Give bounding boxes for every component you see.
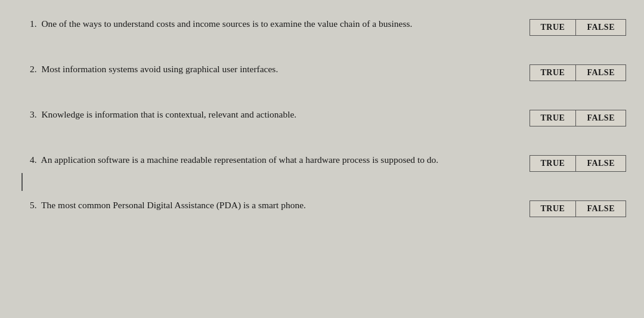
- true-false-group-4: TRUE FALSE: [530, 155, 627, 172]
- true-false-group-5: TRUE FALSE: [530, 200, 627, 217]
- true-button-3[interactable]: TRUE: [530, 110, 576, 126]
- question-number-5: 5.: [30, 200, 41, 210]
- question-row-1: 1. One of the ways to understand costs a…: [30, 12, 626, 41]
- true-button-4[interactable]: TRUE: [530, 155, 576, 172]
- question-text-2: 2. Most information systems avoid using …: [30, 62, 483, 76]
- false-button-3[interactable]: FALSE: [575, 110, 626, 126]
- question-text-5: 5. The most common Personal Digital Assi…: [30, 198, 483, 212]
- question-row-4: 4. An application software is a machine …: [30, 148, 626, 177]
- false-button-2[interactable]: FALSE: [575, 64, 626, 81]
- false-button-4[interactable]: FALSE: [575, 155, 626, 172]
- question-text-1: 1. One of the ways to understand costs a…: [30, 17, 483, 30]
- true-button-2[interactable]: TRUE: [530, 64, 576, 81]
- question-row-2: 2. Most information systems avoid using …: [30, 57, 626, 86]
- question-text-3: 3. Knowledge is information that is cont…: [30, 107, 483, 121]
- question-row-5: 5. The most common Personal Digital Assi…: [30, 193, 626, 222]
- question-number-2: 2.: [30, 64, 41, 74]
- quiz-page: 1. One of the ways to understand costs a…: [0, 0, 644, 318]
- true-button-1[interactable]: TRUE: [530, 19, 576, 36]
- true-false-group-1: TRUE FALSE: [530, 19, 627, 36]
- false-button-5[interactable]: FALSE: [575, 200, 626, 217]
- true-false-group-3: TRUE FALSE: [530, 110, 627, 126]
- true-false-group-2: TRUE FALSE: [530, 64, 627, 81]
- false-button-1[interactable]: FALSE: [575, 19, 626, 36]
- question-number-3: 3.: [30, 109, 41, 119]
- question-number-4: 4.: [30, 155, 41, 165]
- question-number-1: 1.: [30, 18, 41, 29]
- question-text-4: 4. An application software is a machine …: [30, 153, 483, 166]
- question-row-3: 3. Knowledge is information that is cont…: [30, 103, 626, 131]
- true-button-5[interactable]: TRUE: [530, 200, 576, 217]
- left-bar-marker: [21, 173, 23, 191]
